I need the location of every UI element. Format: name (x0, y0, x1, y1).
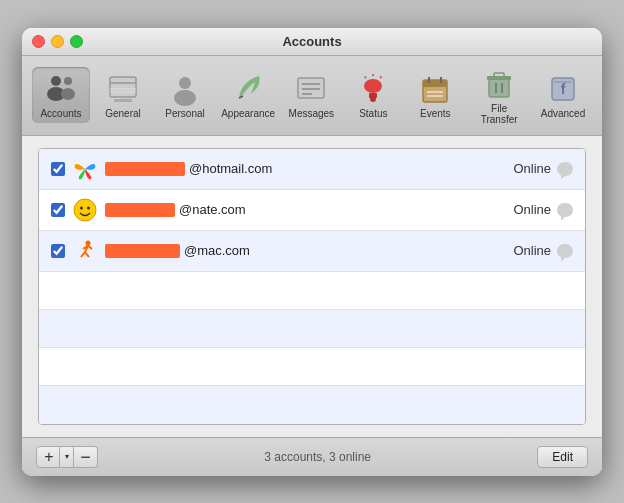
add-dropdown-button[interactable]: ▾ (60, 446, 74, 468)
svg-rect-8 (114, 99, 132, 102)
status-label: Status (359, 108, 387, 119)
events-icon (417, 71, 453, 107)
toolbar-item-personal[interactable]: Personal (156, 67, 214, 123)
account-row: @mac.com Online (39, 231, 585, 272)
messages-icon (293, 71, 329, 107)
svg-point-10 (174, 90, 196, 106)
svg-rect-28 (487, 76, 511, 80)
svg-rect-22 (423, 80, 447, 87)
svg-point-15 (364, 79, 382, 93)
toolbar-item-events[interactable]: Events (406, 67, 464, 123)
account-checkbox-2[interactable] (51, 203, 65, 217)
toolbar-item-appearance[interactable]: Appearance (218, 67, 278, 123)
toolbar-item-general[interactable]: General (94, 67, 152, 123)
messages-label: Messages (289, 108, 335, 119)
account-status-3: Online (513, 243, 573, 258)
file-transfer-icon (481, 66, 517, 102)
account-count-text: 3 accounts, 3 online (98, 450, 537, 464)
status-bubble-3 (557, 244, 573, 258)
close-button[interactable] (32, 35, 45, 48)
appearance-label: Appearance (221, 108, 275, 119)
svg-point-39 (87, 206, 90, 209)
account-icon-3 (73, 239, 97, 263)
file-transfer-label: File Transfer (476, 103, 522, 125)
svg-rect-4 (110, 77, 136, 97)
account-name-1: @hotmail.com (105, 161, 513, 176)
svg-point-37 (74, 199, 96, 221)
svg-rect-27 (489, 79, 509, 97)
status-bubble-1 (557, 162, 573, 176)
toolbar-item-status[interactable]: Status (344, 67, 402, 123)
svg-point-17 (370, 96, 376, 102)
window-title: Accounts (282, 34, 341, 49)
account-name-2: @nate.com (105, 202, 513, 217)
add-button[interactable]: + (36, 446, 60, 468)
toolbar-item-file-transfer[interactable]: File Transfer (468, 62, 530, 129)
svg-line-20 (365, 77, 367, 79)
content-area: @hotmail.com Online (22, 136, 602, 437)
bottom-bar: + ▾ − 3 accounts, 3 online Edit (22, 437, 602, 476)
empty-row (39, 348, 585, 386)
toolbar-item-accounts[interactable]: Accounts (32, 67, 90, 123)
accounts-label: Accounts (40, 108, 81, 119)
advanced-icon: f (545, 71, 581, 107)
account-checkbox-1[interactable] (51, 162, 65, 176)
svg-rect-11 (298, 78, 324, 98)
events-label: Events (420, 108, 451, 119)
accounts-list: @hotmail.com Online (38, 148, 586, 425)
account-status-1: Online (513, 161, 573, 176)
svg-point-38 (80, 206, 83, 209)
add-remove-group: + ▾ − (36, 446, 98, 468)
svg-point-3 (61, 88, 75, 100)
account-icon-2 (73, 198, 97, 222)
account-row: @hotmail.com Online (39, 149, 585, 190)
accounts-icon (43, 71, 79, 107)
account-status-2: Online (513, 202, 573, 217)
remove-button[interactable]: − (74, 446, 98, 468)
status-icon (355, 71, 391, 107)
svg-point-9 (179, 77, 191, 89)
general-label: General (105, 108, 141, 119)
empty-row (39, 310, 585, 348)
toolbar-item-messages[interactable]: Messages (282, 67, 340, 123)
svg-point-40 (86, 240, 91, 245)
window-controls (32, 35, 83, 48)
svg-line-45 (88, 245, 92, 249)
redacted-2 (105, 203, 175, 217)
minimize-button[interactable] (51, 35, 64, 48)
appearance-icon (230, 71, 266, 107)
titlebar: Accounts (22, 28, 602, 56)
account-name-3: @mac.com (105, 243, 513, 258)
redacted-3 (105, 244, 180, 258)
maximize-button[interactable] (70, 35, 83, 48)
main-window: Accounts Accounts (22, 28, 602, 476)
empty-row (39, 272, 585, 310)
toolbar-item-advanced[interactable]: f Advanced (534, 67, 592, 123)
svg-line-43 (85, 252, 89, 257)
account-row: @nate.com Online (39, 190, 585, 231)
account-checkbox-3[interactable] (51, 244, 65, 258)
personal-label: Personal (165, 108, 204, 119)
svg-point-2 (64, 77, 72, 85)
svg-text:f: f (561, 81, 566, 97)
svg-point-0 (51, 76, 61, 86)
account-icon-1 (73, 157, 97, 181)
empty-row (39, 386, 585, 424)
status-bubble-2 (557, 203, 573, 217)
personal-icon (167, 71, 203, 107)
toolbar: Accounts General Personal (22, 56, 602, 136)
general-icon (105, 71, 141, 107)
advanced-label: Advanced (541, 108, 585, 119)
edit-button[interactable]: Edit (537, 446, 588, 468)
redacted-1 (105, 162, 185, 176)
svg-line-19 (380, 77, 382, 79)
